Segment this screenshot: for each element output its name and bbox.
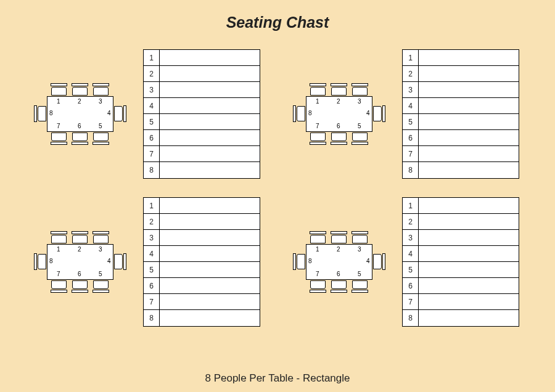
name-list: 1 2 3 4 5 6 7 8 (143, 49, 260, 179)
chair-icon (331, 235, 347, 243)
table-diagram: 1 2 3 4 5 6 7 8 (290, 228, 388, 296)
chair-icon (72, 235, 88, 243)
row-number: 8 (403, 162, 419, 178)
row-number: 8 (403, 310, 419, 326)
chair-icon (352, 87, 368, 96)
page-footer: 8 People Per Table - Rectangle (0, 372, 555, 385)
chair-back-icon (331, 290, 347, 293)
chair-back-icon (51, 83, 67, 86)
table-diagram: 1 2 3 4 5 6 7 8 (290, 80, 388, 148)
row-name (419, 230, 519, 245)
row-number: 2 (403, 214, 419, 229)
row-number: 1 (403, 198, 419, 213)
row-name (160, 98, 260, 113)
chair-icon (331, 133, 347, 141)
chair-icon (51, 133, 67, 141)
seat-number: 6 (337, 123, 340, 129)
list-row: 8 (403, 162, 519, 178)
row-number: 5 (144, 114, 160, 129)
row-number: 6 (403, 130, 419, 145)
row-number: 5 (403, 262, 419, 277)
seat-number: 8 (308, 258, 312, 264)
list-row: 8 (144, 162, 260, 178)
row-name (160, 114, 260, 129)
row-name (419, 294, 519, 309)
list-row: 4 (403, 246, 519, 262)
chair-back-icon (310, 83, 326, 86)
seat-number: 6 (337, 271, 340, 277)
row-name (160, 50, 260, 65)
seat-number: 4 (107, 258, 111, 264)
chair-back-icon (310, 290, 326, 293)
chair-back-icon (123, 253, 126, 270)
row-number: 8 (144, 310, 160, 326)
row-name (160, 278, 260, 293)
table-diagram: 1 2 3 4 5 6 7 8 (31, 80, 130, 148)
list-row: 6 (403, 278, 519, 294)
row-number: 7 (144, 146, 160, 161)
list-row: 8 (144, 310, 260, 326)
seat-number: 5 (99, 271, 102, 277)
list-row: 6 (144, 130, 260, 146)
row-name (160, 214, 260, 229)
seating-chart-page: Seating Chast (0, 0, 555, 392)
chair-icon (331, 87, 347, 96)
seat-number: 8 (49, 110, 53, 116)
seat-number: 1 (316, 98, 319, 105)
row-name (419, 98, 519, 113)
list-row: 3 (403, 230, 519, 246)
chair-back-icon (352, 142, 368, 145)
table-diagram: 1 2 3 4 5 6 7 8 (31, 228, 130, 296)
chair-icon (72, 133, 88, 141)
seat-number: 8 (308, 110, 312, 116)
chair-back-icon (352, 290, 368, 293)
row-number: 5 (403, 114, 419, 129)
list-row: 5 (144, 114, 260, 130)
chair-back-icon (72, 231, 88, 234)
seat-number: 4 (107, 110, 111, 116)
row-name (419, 262, 519, 277)
chair-icon (373, 106, 382, 121)
row-number: 7 (403, 294, 419, 309)
chair-icon (93, 87, 109, 96)
row-number: 8 (144, 162, 160, 178)
list-row: 1 (403, 198, 519, 214)
list-row: 1 (403, 50, 519, 66)
seat-number: 3 (99, 98, 102, 105)
seat-number: 3 (358, 246, 361, 253)
chair-back-icon (51, 290, 67, 293)
row-name (419, 82, 519, 97)
chair-back-icon (72, 142, 88, 145)
row-name (419, 310, 519, 326)
list-row: 1 (144, 198, 260, 214)
chair-back-icon (72, 290, 88, 293)
row-number: 2 (144, 214, 160, 229)
seat-number: 2 (78, 246, 81, 253)
chair-back-icon (331, 231, 347, 234)
chair-icon (93, 133, 109, 141)
list-row: 7 (403, 146, 519, 162)
seat-number: 2 (78, 98, 81, 105)
chair-icon (51, 280, 67, 289)
seat-number: 4 (366, 258, 370, 264)
chair-back-icon (352, 83, 368, 86)
seat-number: 6 (78, 271, 81, 277)
seat-number: 7 (316, 123, 319, 129)
chair-back-icon (92, 231, 109, 234)
chair-back-icon (293, 253, 296, 270)
row-name (419, 130, 519, 145)
row-name (419, 246, 519, 261)
chair-back-icon (92, 290, 109, 293)
chair-back-icon (34, 253, 37, 270)
chair-back-icon (331, 83, 347, 86)
chair-back-icon (310, 231, 326, 234)
row-name (419, 50, 519, 65)
chair-icon (331, 280, 347, 289)
list-row: 7 (403, 294, 519, 310)
row-number: 3 (403, 230, 419, 245)
seat-number: 4 (366, 110, 370, 116)
chair-back-icon (382, 105, 385, 122)
table-block: 1 2 3 4 5 6 7 8 1 2 3 4 5 6 7 8 (290, 197, 536, 327)
row-number: 6 (403, 278, 419, 293)
name-list: 1 2 3 4 5 6 7 8 (143, 197, 260, 327)
